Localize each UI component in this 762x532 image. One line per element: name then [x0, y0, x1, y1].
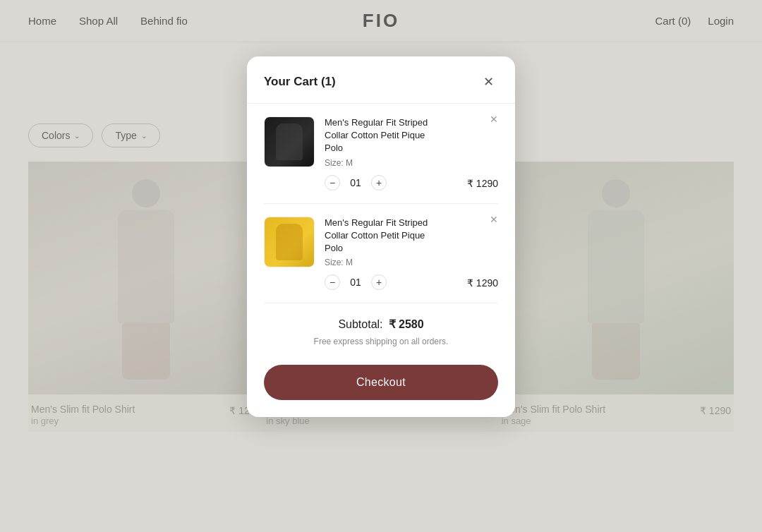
- item-img-yellow-bg: [265, 217, 314, 267]
- cart-item-remove-2[interactable]: ✕: [490, 214, 498, 225]
- cart-item-1: Men's Regular Fit Striped Collar Cotton …: [264, 104, 498, 204]
- cart-item-name-2: Men's Regular Fit Striped Collar Cotton …: [325, 217, 457, 255]
- subtotal-row: Subtotal: ₹ 2580: [264, 318, 498, 331]
- cart-item-details-2: Men's Regular Fit Striped Collar Cotton …: [325, 217, 457, 291]
- checkout-button[interactable]: Checkout: [264, 365, 498, 400]
- qty-decrease-2[interactable]: −: [325, 274, 340, 290]
- cart-items-list: Men's Regular Fit Striped Collar Cotton …: [247, 104, 515, 303]
- item-img-black-bg: [265, 117, 314, 167]
- cart-item-remove-1[interactable]: ✕: [490, 114, 498, 125]
- subtotal-value: ₹ 2580: [389, 318, 424, 331]
- cart-item-price-2: ₹ 1290: [467, 277, 498, 289]
- cart-title: Your Cart (1): [264, 75, 336, 89]
- qty-increase-2[interactable]: +: [371, 274, 387, 290]
- qty-increase-1[interactable]: +: [371, 175, 387, 191]
- polo-icon-yellow: [276, 224, 303, 260]
- cart-header: Your Cart (1) ✕: [247, 56, 515, 104]
- cart-item-size-1: Size: M: [325, 158, 457, 168]
- qty-number-2: 01: [349, 277, 363, 288]
- cart-item-image-1: [264, 116, 315, 167]
- cart-subtotal: Subtotal: ₹ 2580 Free express shipping o…: [247, 303, 515, 365]
- cart-item-size-2: Size: M: [325, 258, 457, 267]
- cart-item-qty-1: − 01 +: [325, 175, 457, 191]
- cart-item-qty-2: − 01 +: [325, 274, 457, 290]
- cart-item-details-1: Men's Regular Fit Striped Collar Cotton …: [325, 116, 457, 191]
- polo-icon-black: [276, 123, 303, 160]
- cart-close-button[interactable]: ✕: [478, 72, 498, 92]
- subtotal-label: Subtotal:: [338, 318, 382, 331]
- qty-decrease-1[interactable]: −: [325, 175, 340, 191]
- cart-modal: Your Cart (1) ✕ Men's Regular Fit Stripe…: [247, 56, 515, 417]
- cart-item-image-2: [264, 217, 315, 267]
- cart-item-2: Men's Regular Fit Striped Collar Cotton …: [264, 204, 498, 304]
- qty-number-1: 01: [349, 177, 363, 188]
- shipping-note: Free express shipping on all orders.: [264, 337, 498, 346]
- cart-item-price-1: ₹ 1290: [467, 178, 498, 189]
- cart-item-name-1: Men's Regular Fit Striped Collar Cotton …: [325, 116, 457, 155]
